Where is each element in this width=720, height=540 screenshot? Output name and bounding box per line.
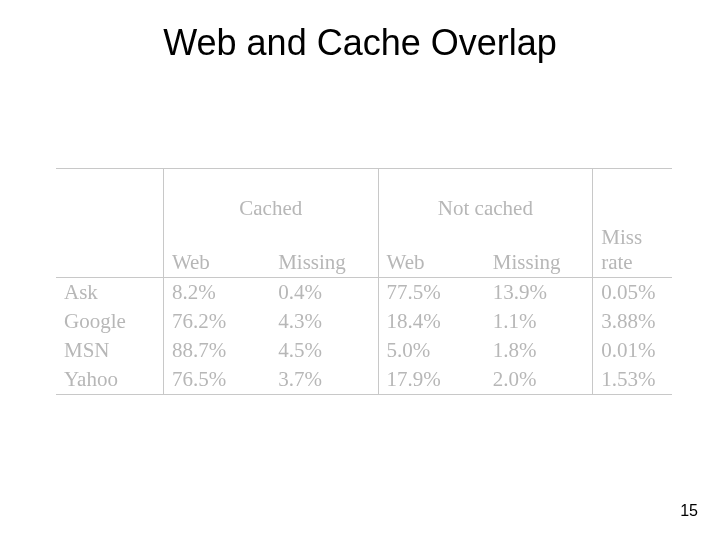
cell-nc-web: 17.9% xyxy=(378,365,485,395)
cell-nc-web: 77.5% xyxy=(378,278,485,308)
header-cached: Cached xyxy=(163,169,378,224)
cell-cached-missing: 0.4% xyxy=(270,278,378,308)
cell-nc-web: 5.0% xyxy=(378,336,485,365)
cell-nc-missing: 13.9% xyxy=(485,278,593,308)
cell-nc-missing: 1.8% xyxy=(485,336,593,365)
cell-cached-missing: 4.5% xyxy=(270,336,378,365)
header-blank xyxy=(56,169,163,224)
cell-miss-rate: 0.05% xyxy=(593,278,672,308)
cell-nc-web: 18.4% xyxy=(378,307,485,336)
page-number: 15 xyxy=(680,502,698,520)
header-cached-missing: Missing xyxy=(270,223,378,278)
table-row: Yahoo 76.5% 3.7% 17.9% 2.0% 1.53% xyxy=(56,365,672,395)
table-row: Ask 8.2% 0.4% 77.5% 13.9% 0.05% xyxy=(56,278,672,308)
cell-cached-web: 76.2% xyxy=(163,307,270,336)
header-nc-web: Web xyxy=(378,223,485,278)
table-sub-header-row: Web Missing Web Missing Miss rate xyxy=(56,223,672,278)
header-miss-rate: Miss rate xyxy=(593,223,672,278)
cell-miss-rate: 0.01% xyxy=(593,336,672,365)
cell-engine: Google xyxy=(56,307,163,336)
cell-engine: Ask xyxy=(56,278,163,308)
header-nc-missing: Missing xyxy=(485,223,593,278)
table-row: MSN 88.7% 4.5% 5.0% 1.8% 0.01% xyxy=(56,336,672,365)
cell-cached-missing: 3.7% xyxy=(270,365,378,395)
slide: Web and Cache Overlap Cached Not cached … xyxy=(0,0,720,540)
cell-miss-rate: 1.53% xyxy=(593,365,672,395)
header-cached-web: Web xyxy=(163,223,270,278)
cell-cached-web: 88.7% xyxy=(163,336,270,365)
cell-cached-missing: 4.3% xyxy=(270,307,378,336)
cell-miss-rate: 3.88% xyxy=(593,307,672,336)
cell-nc-missing: 2.0% xyxy=(485,365,593,395)
cell-nc-missing: 1.1% xyxy=(485,307,593,336)
cell-engine: MSN xyxy=(56,336,163,365)
cell-cached-web: 8.2% xyxy=(163,278,270,308)
table-group-header-row: Cached Not cached Miss rate xyxy=(56,169,672,224)
table-row: Google 76.2% 4.3% 18.4% 1.1% 3.88% xyxy=(56,307,672,336)
header-not-cached: Not cached xyxy=(378,169,593,224)
slide-title: Web and Cache Overlap xyxy=(0,22,720,64)
cell-engine: Yahoo xyxy=(56,365,163,395)
header-engine xyxy=(56,223,163,278)
cell-cached-web: 76.5% xyxy=(163,365,270,395)
data-table: Cached Not cached Miss rate Web Missing … xyxy=(56,168,672,395)
